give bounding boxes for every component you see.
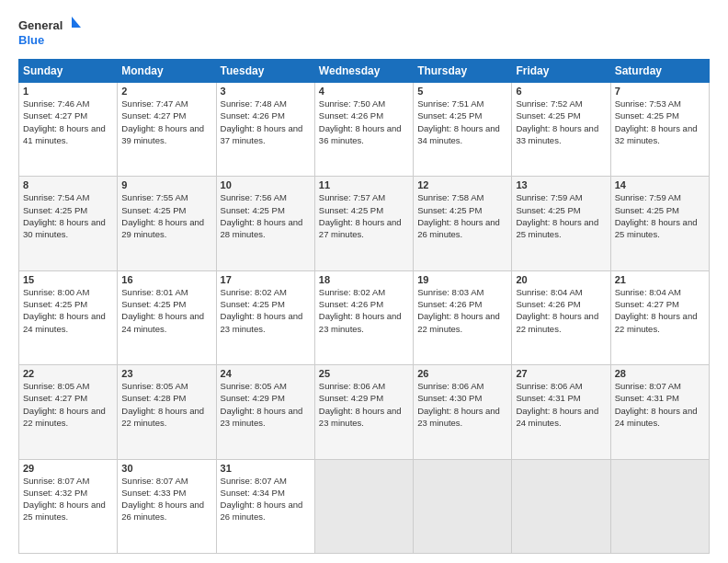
header-cell-saturday: Saturday [610,60,709,83]
sunset-label: Sunset: 4:25 PM [221,299,285,309]
day-info: Sunrise: 8:05 AM Sunset: 4:27 PM Dayligh… [23,380,113,429]
day-info: Sunrise: 8:06 AM Sunset: 4:29 PM Dayligh… [319,380,409,429]
day-number: 17 [221,274,311,285]
sunrise-label: Sunrise: 7:57 AM [319,192,385,202]
day-number: 11 [319,179,409,190]
sunrise-label: Sunrise: 7:59 AM [516,192,582,202]
day-number: 4 [319,86,409,97]
day-info: Sunrise: 7:52 AM Sunset: 4:25 PM Dayligh… [516,98,606,146]
day-cell: 11 Sunrise: 7:57 AM Sunset: 4:25 PM Dayl… [314,177,413,270]
day-cell: 25 Sunrise: 8:06 AM Sunset: 4:29 PM Dayl… [314,365,413,459]
day-cell: 17 Sunrise: 8:02 AM Sunset: 4:25 PM Dayl… [216,270,314,364]
header: General Blue [18,15,710,52]
sunrise-label: Sunrise: 7:55 AM [121,192,188,202]
day-cell: 23 Sunrise: 8:05 AM Sunset: 4:28 PM Dayl… [118,365,216,459]
sunrise-label: Sunrise: 8:04 AM [516,287,582,297]
sunrise-label: Sunrise: 8:06 AM [516,381,582,391]
day-info: Sunrise: 7:57 AM Sunset: 4:25 PM Dayligh… [319,191,409,240]
day-info: Sunrise: 8:00 AM Sunset: 4:25 PM Dayligh… [23,286,113,335]
daylight-label: Daylight: 8 hours and 28 minutes. [221,217,303,239]
day-cell: 30 Sunrise: 8:07 AM Sunset: 4:33 PM Dayl… [118,459,216,553]
sunrise-label: Sunrise: 7:46 AM [23,98,89,109]
sunrise-label: Sunrise: 7:58 AM [417,192,483,202]
sunrise-label: Sunrise: 7:51 AM [417,98,483,109]
sunset-label: Sunset: 4:28 PM [121,393,186,403]
header-cell-friday: Friday [512,60,610,83]
day-number: 23 [121,368,211,379]
daylight-label: Daylight: 8 hours and 26 minutes. [417,217,500,239]
sunrise-label: Sunrise: 8:07 AM [121,476,188,486]
sunrise-label: Sunrise: 8:05 AM [23,381,89,391]
svg-text:General: General [18,18,63,32]
sunrise-label: Sunrise: 8:07 AM [615,381,681,391]
day-cell [414,459,512,553]
day-info: Sunrise: 7:58 AM Sunset: 4:25 PM Dayligh… [417,191,507,240]
day-number: 19 [417,274,507,285]
day-number: 25 [319,368,409,379]
day-number: 7 [615,86,705,97]
daylight-label: Daylight: 8 hours and 22 minutes. [516,311,598,333]
daylight-label: Daylight: 8 hours and 24 minutes. [516,406,598,428]
day-info: Sunrise: 7:59 AM Sunset: 4:25 PM Dayligh… [516,191,606,240]
sunset-label: Sunset: 4:26 PM [516,299,580,309]
sunrise-label: Sunrise: 8:05 AM [121,381,188,391]
daylight-label: Daylight: 8 hours and 22 minutes. [417,311,500,333]
sunrise-label: Sunrise: 8:06 AM [319,381,385,391]
day-cell: 14 Sunrise: 7:59 AM Sunset: 4:25 PM Dayl… [610,177,709,270]
sunset-label: Sunset: 4:27 PM [121,110,186,121]
day-info: Sunrise: 8:04 AM Sunset: 4:27 PM Dayligh… [615,286,705,335]
day-cell: 18 Sunrise: 8:02 AM Sunset: 4:26 PM Dayl… [314,270,413,364]
sunrise-label: Sunrise: 8:02 AM [221,287,287,297]
sunset-label: Sunset: 4:31 PM [615,393,679,403]
day-cell: 20 Sunrise: 8:04 AM Sunset: 4:26 PM Dayl… [512,270,610,364]
day-info: Sunrise: 8:02 AM Sunset: 4:25 PM Dayligh… [221,286,311,335]
day-cell: 27 Sunrise: 8:06 AM Sunset: 4:31 PM Dayl… [512,365,610,459]
day-info: Sunrise: 8:05 AM Sunset: 4:29 PM Dayligh… [221,380,311,429]
header-cell-thursday: Thursday [414,60,512,83]
daylight-label: Daylight: 8 hours and 22 minutes. [121,406,204,428]
day-info: Sunrise: 7:50 AM Sunset: 4:26 PM Dayligh… [319,98,409,146]
day-number: 3 [221,86,311,97]
daylight-label: Daylight: 8 hours and 32 minutes. [615,123,698,145]
day-number: 2 [121,86,211,97]
sunrise-label: Sunrise: 7:47 AM [121,98,188,109]
day-number: 10 [221,179,311,190]
day-cell [512,459,610,553]
day-info: Sunrise: 8:06 AM Sunset: 4:31 PM Dayligh… [516,380,606,429]
day-number: 18 [319,274,409,285]
day-cell: 12 Sunrise: 7:58 AM Sunset: 4:25 PM Dayl… [414,177,512,270]
sunset-label: Sunset: 4:25 PM [23,205,87,215]
day-cell [314,459,413,553]
sunrise-label: Sunrise: 8:00 AM [23,287,89,297]
sunrise-label: Sunrise: 8:01 AM [121,287,188,297]
week-row-0: 1 Sunrise: 7:46 AM Sunset: 4:27 PM Dayli… [19,83,710,177]
day-number: 27 [516,368,606,379]
daylight-label: Daylight: 8 hours and 25 minutes. [516,217,598,239]
sunset-label: Sunset: 4:25 PM [319,205,383,215]
day-number: 16 [121,274,211,285]
day-number: 6 [516,86,606,97]
daylight-label: Daylight: 8 hours and 24 minutes. [121,311,204,333]
day-number: 31 [221,463,311,474]
day-info: Sunrise: 8:07 AM Sunset: 4:32 PM Dayligh… [23,475,113,523]
logo-svg: General Blue [18,15,83,52]
sunset-label: Sunset: 4:26 PM [417,299,482,309]
day-cell: 5 Sunrise: 7:51 AM Sunset: 4:25 PM Dayli… [414,83,512,177]
daylight-label: Daylight: 8 hours and 23 minutes. [417,406,500,428]
sunset-label: Sunset: 4:27 PM [23,110,87,121]
sunrise-label: Sunrise: 8:05 AM [221,381,287,391]
sunset-label: Sunset: 4:27 PM [23,393,87,403]
sunrise-label: Sunrise: 8:03 AM [417,287,483,297]
day-number: 26 [417,368,507,379]
sunrise-label: Sunrise: 8:06 AM [417,381,483,391]
day-cell: 7 Sunrise: 7:53 AM Sunset: 4:25 PM Dayli… [610,83,709,177]
day-info: Sunrise: 7:48 AM Sunset: 4:26 PM Dayligh… [221,98,311,146]
day-cell: 26 Sunrise: 8:06 AM Sunset: 4:30 PM Dayl… [414,365,512,459]
daylight-label: Daylight: 8 hours and 36 minutes. [319,123,402,145]
day-number: 29 [23,463,113,474]
day-cell: 3 Sunrise: 7:48 AM Sunset: 4:26 PM Dayli… [216,83,314,177]
daylight-label: Daylight: 8 hours and 26 minutes. [121,500,204,522]
day-info: Sunrise: 7:46 AM Sunset: 4:27 PM Dayligh… [23,98,113,146]
daylight-label: Daylight: 8 hours and 22 minutes. [23,406,106,428]
day-info: Sunrise: 7:55 AM Sunset: 4:25 PM Dayligh… [121,191,211,240]
